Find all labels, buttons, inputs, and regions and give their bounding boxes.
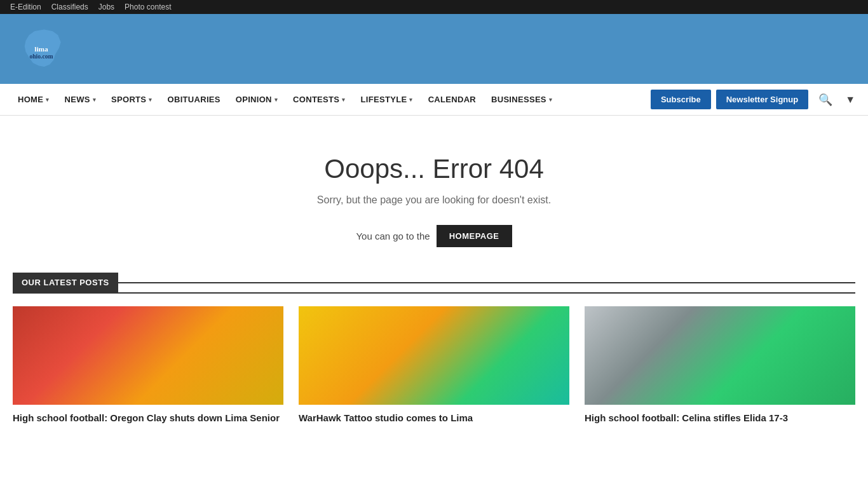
section-header: OUR LATEST POSTS	[13, 273, 855, 294]
newsletter-signup-button[interactable]: Newsletter Signup	[716, 90, 808, 109]
homepage-prefix-text: You can go to the	[356, 231, 430, 241]
post-title-1: High school football: Oregon Clay shuts …	[13, 411, 283, 424]
top-bar-jobs[interactable]: Jobs	[98, 3, 114, 11]
chevron-down-icon: ▾	[93, 97, 96, 103]
section-divider	[118, 282, 855, 283]
post-card-2[interactable]: WarHawk Tattoo studio comes to Lima	[299, 306, 569, 424]
nav-lifestyle[interactable]: LIFESTYLE ▾	[353, 84, 421, 116]
post-title-2: WarHawk Tattoo studio comes to Lima	[299, 411, 569, 424]
homepage-line: You can go to the HOMEPAGE	[13, 225, 855, 247]
chevron-down-icon: ▾	[46, 97, 49, 103]
nav-items: HOME ▾ NEWS ▾ SPORTS ▾ OBITUARIES OPINIO…	[10, 84, 651, 116]
logo[interactable]: lima ohio.com	[13, 27, 70, 71]
homepage-button[interactable]: HOMEPAGE	[437, 225, 512, 247]
error-title: Ooops... Error 404	[13, 154, 855, 184]
svg-text:lima: lima	[34, 45, 48, 53]
nav-contests[interactable]: CONTESTS ▾	[285, 84, 353, 116]
error-subtitle: Sorry, but the page you are looking for …	[13, 194, 855, 206]
nav-actions: Subscribe Newsletter Signup 🔍 ▼	[651, 90, 858, 109]
chevron-down-icon: ▾	[549, 97, 552, 103]
chevron-down-icon: ▾	[149, 97, 152, 103]
subscribe-button[interactable]: Subscribe	[651, 90, 711, 109]
main-nav: HOME ▾ NEWS ▾ SPORTS ▾ OBITUARIES OPINIO…	[0, 84, 868, 116]
top-bar-photo-contest[interactable]: Photo contest	[125, 3, 171, 11]
search-icon: 🔍	[818, 93, 832, 106]
expand-icon: ▼	[845, 94, 855, 105]
top-bar-eedition[interactable]: E-Edition	[10, 3, 41, 11]
ohio-map-icon: lima ohio.com	[13, 27, 70, 71]
nav-news[interactable]: NEWS ▾	[57, 84, 104, 116]
posts-grid: High school football: Oregon Clay shuts …	[13, 306, 855, 424]
search-button[interactable]: 🔍	[813, 93, 837, 107]
nav-obituaries[interactable]: OBITUARIES	[160, 84, 228, 116]
post-image-1	[13, 306, 283, 405]
section-title: OUR LATEST POSTS	[13, 273, 118, 292]
site-header: lima ohio.com	[0, 14, 868, 84]
chevron-down-icon: ▾	[409, 97, 412, 103]
latest-posts-section: OUR LATEST POSTS High school football: O…	[0, 273, 868, 450]
post-image-2	[299, 306, 569, 405]
nav-businesses[interactable]: BUSINESSES ▾	[484, 84, 560, 116]
top-bar-classifieds[interactable]: Classifieds	[51, 3, 88, 11]
post-card-3[interactable]: High school football: Celina stifles Eli…	[585, 306, 855, 424]
error-section: Ooops... Error 404 Sorry, but the page y…	[0, 116, 868, 273]
svg-text:ohio.com: ohio.com	[29, 53, 53, 60]
post-card-1[interactable]: High school football: Oregon Clay shuts …	[13, 306, 283, 424]
chevron-down-icon: ▾	[275, 97, 278, 103]
expand-button[interactable]: ▼	[843, 94, 858, 105]
nav-home[interactable]: HOME ▾	[10, 84, 57, 116]
chevron-down-icon: ▾	[342, 97, 345, 103]
top-bar: E-Edition Classifieds Jobs Photo contest	[0, 0, 868, 14]
nav-opinion[interactable]: OPINION ▾	[228, 84, 285, 116]
nav-calendar[interactable]: CALENDAR	[421, 84, 484, 116]
post-title-3: High school football: Celina stifles Eli…	[585, 411, 855, 424]
post-image-3	[585, 306, 855, 405]
nav-sports[interactable]: SPORTS ▾	[104, 84, 160, 116]
